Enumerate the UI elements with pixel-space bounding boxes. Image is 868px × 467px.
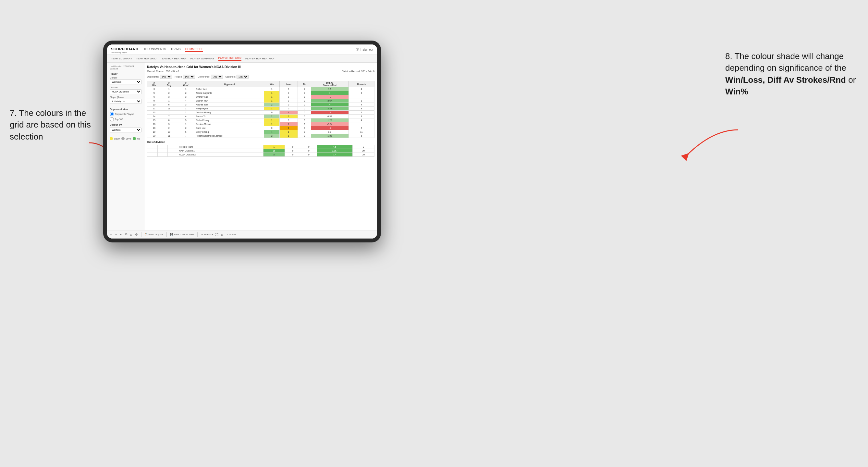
annotation-bold2: Win%	[725, 87, 748, 96]
toolbar-separator3	[197, 232, 197, 237]
legend-level-label: Level	[126, 137, 131, 140]
col-reg: #Reg	[161, 81, 177, 87]
logo: SCOREBOARD Powered by clippd	[111, 46, 138, 54]
col-rounds: Rounds	[348, 81, 374, 87]
table-row: 311Esther Lee1011.54	[147, 87, 374, 91]
grid-panel: Katelyn Vo Head-to-Head Grid for Women's…	[145, 63, 377, 230]
table-row: 1631Jessica Mason120-0.94	[147, 122, 374, 126]
col-loss: Loss	[279, 81, 298, 87]
toolbar-separator2	[166, 232, 167, 237]
watch-btn[interactable]: 👁 Watch ▾	[201, 233, 213, 236]
table-row: 633Sydney Kuo100-1	[147, 95, 374, 99]
out-of-div-table: Foreign Team1004.52NAIA Division 115009.…	[147, 145, 374, 157]
region-filter: Region (All)	[175, 75, 195, 79]
table-row: 1474Eunice Yi2200.389	[147, 115, 374, 119]
grid-icon[interactable]: ⊞	[221, 233, 224, 236]
col-diff: Diff AvStrokes/Rnd	[311, 81, 348, 87]
radio-top100[interactable]: Top 100	[110, 117, 142, 121]
sub-nav-player-summary[interactable]: PLAYER SUMMARY	[190, 57, 215, 60]
tablet-device: SCOREBOARD Powered by clippd TOURNAMENTS…	[103, 40, 381, 242]
expand-icon[interactable]: ⛶	[215, 233, 218, 236]
col-opponent: Opponent	[195, 81, 264, 87]
division-label: Division	[110, 86, 142, 89]
sub-nav-player-h2h-heatmap[interactable]: PLAYER H2H HEATMAP	[245, 57, 275, 60]
opponents-select[interactable]: (All)	[160, 75, 172, 79]
legend-up-label: Up	[137, 137, 140, 140]
opponent-view-label: Opponent view	[110, 108, 142, 111]
player-rank-select[interactable]: 8. Katelyn Vo	[110, 99, 142, 104]
table-row: 522Alexis Sudjianto10043	[147, 91, 374, 95]
save-custom-view-btn[interactable]: 💾 Save Custom View	[170, 233, 194, 236]
grid-title: Katelyn Vo Head-to-Head Grid for Women's…	[147, 65, 374, 69]
record-row: Overall Record: 353 - 34 - 6 Division Re…	[147, 70, 374, 73]
colour-by-select[interactable]: Win/loss	[110, 128, 142, 132]
table-row: 20117Federica Domecq Lacroze2101.336	[147, 134, 374, 138]
player-rank-label: Player (Rank)	[110, 96, 142, 98]
legend-up-icon	[133, 137, 136, 140]
legend-down-label: Down	[114, 137, 120, 140]
sub-nav: TEAM SUMMARY TEAM H2H GRID TEAM H2H HEAT…	[107, 55, 377, 63]
col-win: Win	[264, 81, 279, 87]
table-row: 1822Euna Lee010-52	[147, 126, 374, 130]
sub-nav-team-summary[interactable]: TEAM SUMMARY	[111, 57, 132, 60]
table-row: 1063Andrea York20044	[147, 103, 374, 107]
filter-row: Opponents: (All) Region (All) Conference…	[147, 75, 374, 79]
main-content: Last Updated: 27/03/2024 16:55:38 Player…	[107, 63, 377, 230]
nav-tournaments[interactable]: TOURNAMENTS	[144, 48, 166, 52]
sub-nav-player-h2h-grid[interactable]: PLAYER H2H GRID	[218, 57, 241, 61]
h2h-table: #Div #Reg #Conf Opponent Win Loss Tie Di…	[147, 81, 374, 138]
opponents-filter: Opponents: (All)	[147, 75, 172, 79]
opponent-filter: Opponent (All)	[225, 75, 249, 79]
gender-label: Gender	[110, 76, 142, 79]
col-div: #Div	[147, 81, 161, 87]
player-section-title: Player	[110, 72, 142, 75]
nav-items: TOURNAMENTS TEAMS COMMITTEE	[144, 48, 203, 52]
toolbar-separator	[141, 232, 142, 237]
copy-icon[interactable]: ⧉	[125, 233, 127, 236]
table-row: 914Sharon Mun1003.673	[147, 99, 374, 103]
annotation-bold1: Win/Loss, Diff Av Strokes/Rnd	[725, 75, 846, 85]
division-select[interactable]: NCAA Division III	[110, 89, 142, 94]
col-tie: Tie	[298, 81, 311, 87]
legend: Down Level Up	[110, 137, 142, 140]
region-select[interactable]: (All)	[183, 75, 195, 79]
table-row: 1311Jessica Huang010-32	[147, 111, 374, 115]
colour-by-label: Colour by	[110, 123, 142, 126]
paste-icon[interactable]: ⊞	[130, 233, 132, 236]
conference-filter: Conference (All)	[197, 75, 223, 79]
sub-nav-team-h2h-grid[interactable]: TEAM H2H GRID	[136, 57, 156, 60]
nav-right: ⓘ | Sign out	[356, 48, 373, 52]
sub-nav-team-h2h-heatmap[interactable]: TEAM H2H HEATMAP	[160, 57, 187, 60]
out-div-row: NCAA Division 25007.410	[147, 153, 374, 157]
forward-icon[interactable]: ↩	[120, 233, 123, 236]
gender-select[interactable]: Women's	[110, 80, 142, 84]
table-row: 1585Stella Cheng1001.254	[147, 119, 374, 122]
share-btn[interactable]: ↗ Share	[226, 233, 236, 236]
view-original-btn[interactable]: 📋 View: Original	[145, 233, 163, 236]
out-div-row: NAIA Division 115009.26730	[147, 149, 374, 153]
table-row: 19106Emily Chang4100.311	[147, 130, 374, 134]
table-row: 11111Heejo Hyun1003.333	[147, 107, 374, 111]
nav-teams[interactable]: TEAMS	[171, 48, 181, 52]
redo-icon[interactable]: ↪	[115, 233, 118, 236]
conference-select[interactable]: (All)	[211, 75, 223, 79]
undo-icon[interactable]: ↩	[110, 233, 112, 236]
left-panel: Last Updated: 27/03/2024 16:55:38 Player…	[107, 63, 145, 230]
legend-down-icon	[110, 137, 113, 140]
out-div-row: Foreign Team1004.52	[147, 145, 374, 149]
out-of-div-title: Out of division	[147, 141, 374, 144]
opponent-select[interactable]: (All)	[237, 75, 249, 79]
clock-icon[interactable]: ⏱	[135, 233, 138, 236]
col-conf: #Conf	[177, 81, 195, 87]
sign-out-link[interactable]: Sign out	[363, 48, 373, 51]
toolbar: ↩ ↪ ↩ ⧉ ⊞ ⏱ 📋 View: Original 💾 Save Cust…	[107, 230, 377, 239]
annotation-left: 7. The colours in the grid are based on …	[10, 107, 101, 143]
nav-bar: SCOREBOARD Powered by clippd TOURNAMENTS…	[107, 44, 377, 55]
legend-level-icon	[121, 137, 125, 140]
annotation-right: 8. The colour shade will change dependin…	[725, 50, 862, 98]
radio-opponents-played[interactable]: Opponents Played	[110, 112, 142, 116]
last-updated: Last Updated: 27/03/2024 16:55:38	[110, 65, 142, 70]
arrow-right-icon	[660, 127, 741, 165]
tablet-screen: SCOREBOARD Powered by clippd TOURNAMENTS…	[107, 44, 377, 239]
nav-committee[interactable]: COMMITTEE	[185, 48, 203, 52]
